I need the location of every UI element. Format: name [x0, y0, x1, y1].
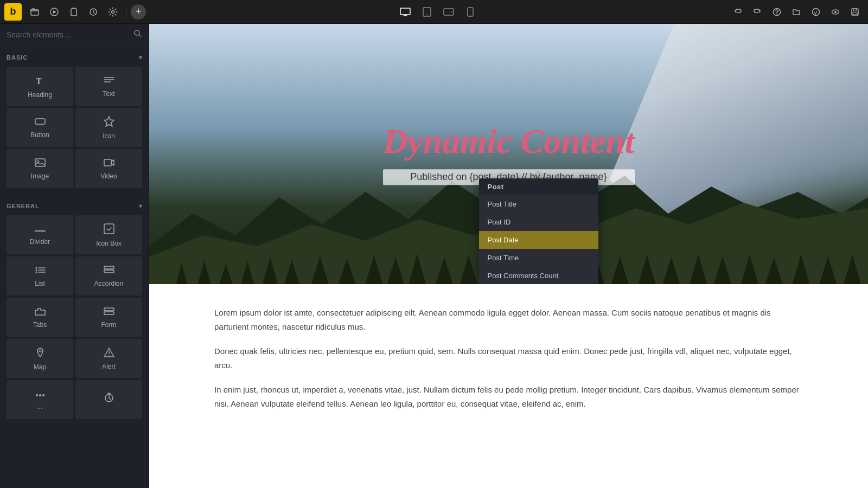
- widget-divider[interactable]: Divider: [7, 215, 73, 254]
- svg-rect-20: [853, 12, 857, 15]
- svg-point-37: [108, 355, 110, 356]
- dropdown-container: Post Post Title Post ID Post Date Post T…: [479, 178, 598, 284]
- main-layout: BASIC ▾ T Heading Text: [0, 24, 868, 488]
- play-button[interactable]: [46, 3, 63, 21]
- tablet-view-button[interactable]: [418, 3, 436, 21]
- svg-point-5: [112, 10, 114, 13]
- svg-point-39: [39, 394, 41, 396]
- divider-widget-icon: [34, 224, 46, 235]
- widget-accordion[interactable]: Accordion: [75, 256, 142, 296]
- wordpress-button[interactable]: [807, 3, 825, 21]
- svg-rect-25: [35, 159, 45, 166]
- svg-rect-3: [71, 9, 76, 16]
- svg-point-17: [834, 11, 837, 13]
- basic-widgets-grid: T Heading Text Button: [7, 65, 142, 192]
- search-icon: [133, 29, 142, 40]
- mobile-view-button[interactable]: [462, 3, 479, 21]
- form-widget-icon: [103, 306, 115, 318]
- dropdown-item-post-comments-count[interactable]: Post Comments Count: [479, 267, 598, 284]
- text-widget-label: Text: [103, 90, 114, 98]
- basic-section-header[interactable]: BASIC ▾: [7, 50, 142, 65]
- svg-point-36: [39, 350, 41, 352]
- tabs-widget-label: Tabs: [33, 321, 47, 329]
- svg-point-12: [470, 15, 471, 16]
- widget-text[interactable]: Text: [75, 67, 142, 106]
- desktop-view-button[interactable]: [397, 3, 414, 21]
- widget-heading[interactable]: T Heading: [7, 67, 73, 106]
- dropdown-item-post-date[interactable]: Post Date: [479, 231, 598, 249]
- image-widget-label: Image: [31, 172, 49, 180]
- button-widget-icon: [34, 117, 46, 128]
- divider-widget-label: Divider: [30, 238, 50, 246]
- widget-video[interactable]: Video: [75, 149, 142, 188]
- alert-widget-label: Alert: [102, 363, 116, 370]
- content-paragraph-3: In enim just, rhoncus ut, imperdiet a, v…: [214, 383, 803, 410]
- svg-point-10: [451, 11, 452, 12]
- top-toolbar: b +: [0, 0, 868, 24]
- toolbar-right-actions: [729, 3, 864, 21]
- alert-widget-icon: [103, 347, 115, 359]
- svg-marker-24: [104, 117, 114, 126]
- svg-point-14: [776, 14, 777, 15]
- heading-widget-label: Heading: [28, 91, 52, 99]
- content-paragraph-2: Donec quak felis, ultricies nec, pellent…: [214, 344, 803, 372]
- button-widget-label: Button: [30, 131, 49, 139]
- app-logo: b: [4, 3, 22, 21]
- svg-point-40: [42, 394, 44, 396]
- widget-map[interactable]: Map: [7, 339, 73, 378]
- more-widget-icon: [34, 389, 46, 400]
- accordion-widget-label: Accordion: [94, 280, 123, 287]
- add-element-button[interactable]: +: [131, 4, 146, 20]
- help-button[interactable]: [768, 3, 786, 21]
- canvas-area: Dynamic Content Published on {post_date}…: [149, 24, 868, 488]
- svg-rect-35: [104, 312, 114, 314]
- general-section-header[interactable]: GENERAL ▾: [7, 199, 142, 213]
- widget-more[interactable]: ...: [7, 380, 73, 419]
- widget-timer[interactable]: [75, 380, 142, 419]
- dropdown-item-post-id[interactable]: Post ID: [479, 213, 598, 231]
- svg-rect-33: [104, 270, 114, 273]
- icon-box-widget-icon: [103, 223, 115, 236]
- search-bar: [0, 24, 149, 46]
- list-widget-icon: [34, 265, 46, 277]
- widget-image[interactable]: Image: [7, 149, 73, 188]
- widget-tabs[interactable]: Tabs: [7, 298, 73, 337]
- settings-button[interactable]: [104, 3, 122, 21]
- widget-icon-box[interactable]: Icon Box: [75, 215, 142, 254]
- tablet-landscape-view-button[interactable]: [440, 3, 457, 21]
- more-widget-label: ...: [37, 403, 42, 410]
- search-input[interactable]: [7, 30, 129, 39]
- dropdown-group-post: Post: [479, 178, 598, 195]
- file-manager-button[interactable]: [788, 3, 805, 21]
- widget-icon[interactable]: Icon: [75, 108, 142, 147]
- view-controls: [148, 3, 727, 21]
- svg-point-29: [35, 267, 37, 268]
- folder-button[interactable]: [26, 3, 43, 21]
- save-button[interactable]: [846, 3, 864, 21]
- widget-button[interactable]: Button: [7, 108, 73, 147]
- dropdown-item-post-title[interactable]: Post Title: [479, 195, 598, 213]
- svg-point-38: [36, 394, 38, 396]
- general-section: GENERAL ▾ Divider Icon Box: [0, 195, 149, 426]
- dropdown-item-post-time[interactable]: Post Time: [479, 249, 598, 267]
- preview-button[interactable]: [827, 3, 844, 21]
- widget-form[interactable]: Form: [75, 298, 142, 337]
- svg-point-30: [35, 269, 37, 271]
- undo-button[interactable]: [729, 3, 746, 21]
- hero-content: Dynamic Content Published on {post_date}…: [382, 123, 634, 185]
- clipboard-button[interactable]: [65, 3, 82, 21]
- general-widgets-grid: Divider Icon Box List: [7, 213, 142, 423]
- svg-rect-6: [400, 8, 410, 15]
- widget-list[interactable]: List: [7, 256, 73, 296]
- svg-point-8: [426, 14, 427, 15]
- icon-widget-icon: [103, 115, 115, 129]
- svg-point-15: [813, 8, 820, 15]
- redo-button[interactable]: [749, 3, 766, 21]
- heading-widget-icon: T: [34, 74, 46, 88]
- list-widget-label: List: [35, 280, 45, 287]
- history-button[interactable]: [85, 3, 102, 21]
- map-widget-icon: [34, 346, 46, 360]
- widget-alert[interactable]: Alert: [75, 339, 142, 378]
- content-paragraph-1: Lorem ipsum dolor ist amte, consectetuer…: [214, 306, 803, 333]
- text-widget-icon: [103, 75, 115, 87]
